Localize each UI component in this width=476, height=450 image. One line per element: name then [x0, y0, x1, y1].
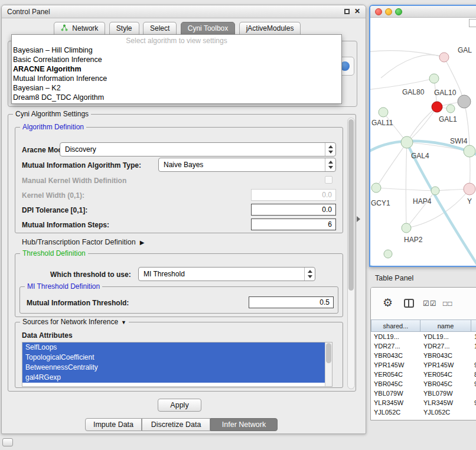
- column-header-extra[interactable]: [471, 319, 476, 332]
- network-edge[interactable]: [406, 142, 407, 228]
- table-row[interactable]: YPR145WYPR145W9.: [371, 360, 476, 370]
- network-edge[interactable]: [370, 51, 444, 57]
- table-cell: YBL079W: [420, 389, 471, 398]
- table-header: shared... name: [371, 319, 476, 332]
- table-cell: YBR043C: [420, 351, 471, 360]
- column-header-shared-name[interactable]: shared...: [371, 319, 420, 332]
- table-cell: YBR045C: [420, 379, 471, 389]
- network-edge[interactable]: [376, 142, 407, 188]
- tab-discretize-data[interactable]: Discretize Data: [142, 418, 210, 431]
- network-node[interactable]: [458, 95, 471, 108]
- zoom-traffic-light[interactable]: [395, 8, 402, 15]
- network-node[interactable]: [432, 102, 442, 112]
- kernel-width-field[interactable]: [251, 189, 336, 201]
- table-row[interactable]: YDL19...YDL19...13: [371, 332, 476, 341]
- tab-network[interactable]: Network: [54, 22, 105, 35]
- network-node[interactable]: [464, 183, 475, 195]
- canvas-corner-box[interactable]: [469, 19, 476, 27]
- network-node[interactable]: [371, 183, 381, 193]
- table-row[interactable]: YBR045CYBR045C9.: [371, 379, 476, 389]
- list-scrollbar-thumb[interactable]: [326, 343, 331, 363]
- network-node[interactable]: [402, 223, 411, 233]
- network-node[interactable]: [439, 53, 449, 62]
- network-node[interactable]: [384, 250, 392, 258]
- mi-steps-field[interactable]: [251, 219, 336, 230]
- network-edge[interactable]: [406, 189, 470, 228]
- panel-divider-arrow[interactable]: [357, 216, 360, 222]
- table-cell: 12: [471, 341, 476, 351]
- table-panel-title: Table Panel: [375, 274, 413, 282]
- minimize-traffic-light[interactable]: [385, 8, 392, 15]
- table-row[interactable]: YDR27...YDR27...12: [371, 341, 476, 351]
- table-row[interactable]: YBL079WYBL079W: [371, 389, 476, 398]
- network-tab-icon: [61, 24, 68, 31]
- network-edge[interactable]: [406, 191, 435, 228]
- close-window-icon[interactable]: [354, 7, 360, 15]
- select-all-columns-icon[interactable]: [423, 299, 437, 308]
- network-node[interactable]: [401, 136, 413, 148]
- dropdown-item[interactable]: Bayesian – K2: [12, 83, 341, 93]
- dropdown-item[interactable]: Mutual Information Inference: [12, 74, 341, 83]
- tab-infer-network[interactable]: Infer Network: [210, 418, 278, 431]
- network-node[interactable]: [464, 145, 475, 157]
- mi-type-label: Mutual Information Algorithm Type:: [22, 161, 141, 169]
- table-cell: YDR27...: [371, 341, 420, 351]
- table-cell: YJL052C: [420, 407, 471, 417]
- hub-definition-expander[interactable]: Hub/Transcription Factor Definition: [22, 238, 144, 246]
- settings-scrollbar[interactable]: [347, 118, 355, 389]
- list-item[interactable]: gal4RGexp: [22, 373, 325, 383]
- network-edge[interactable]: [408, 145, 476, 266]
- gear-icon[interactable]: [383, 296, 393, 309]
- tab-style[interactable]: Style: [109, 22, 139, 35]
- table-row[interactable]: YJL052CYJL052C: [371, 407, 476, 417]
- network-node[interactable]: [379, 107, 388, 117]
- desktop-background: Control Panel Network Style Select Cyni …: [0, 0, 476, 450]
- list-item[interactable]: SelfLoops: [22, 343, 325, 353]
- network-edge[interactable]: [407, 107, 437, 142]
- network-edge[interactable]: [407, 107, 437, 142]
- combo-arrows-icon: [325, 143, 335, 156]
- minimized-panel-icon[interactable]: [2, 438, 13, 446]
- tab-cyni-toolbox[interactable]: Cyni Toolbox: [181, 22, 235, 35]
- apply-button[interactable]: Apply: [158, 399, 201, 412]
- columns-icon[interactable]: [404, 299, 414, 308]
- table-row[interactable]: YBR043CYBR043C: [371, 351, 476, 360]
- network-node[interactable]: [431, 187, 439, 195]
- list-scrollbar[interactable]: [325, 343, 332, 386]
- tab-label: Select: [150, 24, 169, 32]
- list-item[interactable]: BetweennessCentrality: [22, 363, 325, 373]
- tab-jactivemodules[interactable]: jActiveModules: [239, 22, 301, 35]
- network-canvas[interactable]: GALGAL80GAL10GAL11GAL1SWI4GAL4GCY1HAP4YH…: [370, 18, 476, 266]
- float-window-icon[interactable]: [344, 9, 350, 14]
- control-panel-titlebar[interactable]: Control Panel: [2, 5, 366, 18]
- mi-type-select[interactable]: Naive Bayes: [158, 158, 336, 172]
- deselect-all-columns-icon[interactable]: [443, 299, 453, 308]
- network-node[interactable]: [429, 74, 439, 83]
- dropdown-item[interactable]: Bayesian – Hill Climbing: [12, 45, 341, 55]
- network-node[interactable]: [446, 105, 455, 113]
- column-header-name[interactable]: name: [420, 319, 471, 332]
- dropdown-item-selected[interactable]: ARACNE Algorithm: [12, 64, 341, 74]
- manual-kernel-checkbox[interactable]: [325, 176, 332, 184]
- tab-impute-data[interactable]: Impute Data: [85, 418, 142, 431]
- mi-threshold-field[interactable]: [249, 296, 334, 308]
- close-traffic-light[interactable]: [375, 8, 382, 15]
- list-item[interactable]: TopologicalCoefficient: [22, 353, 325, 363]
- which-threshold-select[interactable]: MI Threshold: [138, 267, 315, 281]
- table-row[interactable]: YLR345WYLR345W9.: [371, 398, 476, 407]
- dropdown-item[interactable]: Dream8 DC_TDC Algorithm: [12, 93, 341, 102]
- dropdown-item[interactable]: Basic Correlation Inference: [12, 55, 341, 64]
- aracne-mode-select[interactable]: Discovery: [60, 142, 336, 156]
- dpi-tolerance-field[interactable]: [251, 204, 336, 216]
- table-panel: shared... name YDL19...YDL19...13YDR27..…: [370, 287, 476, 420]
- network-window-titlebar[interactable]: [370, 6, 476, 18]
- network-edge[interactable]: [370, 265, 476, 266]
- tab-select[interactable]: Select: [143, 22, 177, 35]
- table-cell: YBR043C: [371, 351, 420, 360]
- sources-group-title[interactable]: Sources for Network Inference: [20, 318, 129, 326]
- table-cell: YLR345W: [420, 398, 471, 407]
- table-body: YDL19...YDL19...13YDR27...YDR27...12YBR0…: [371, 332, 476, 420]
- settings-scrollbar-thumb[interactable]: [348, 119, 354, 291]
- control-panel-title: Control Panel: [7, 8, 50, 16]
- table-row[interactable]: YER054CYER054C8.: [371, 370, 476, 379]
